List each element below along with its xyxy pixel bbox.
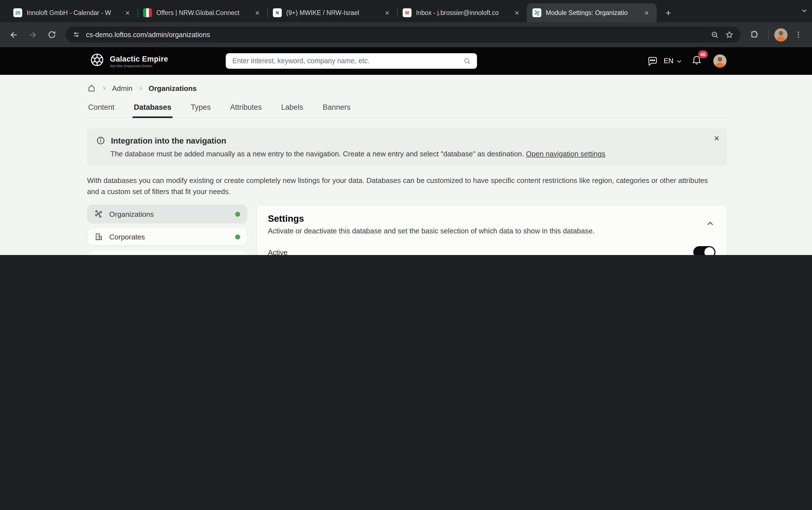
search-input[interactable] [231,57,463,65]
tab-search-chevron-icon[interactable] [801,6,808,16]
home-icon[interactable] [87,84,96,93]
settings-description: Activate or deactivate this database and… [268,227,716,235]
tab-labels[interactable]: Labels [280,101,304,118]
database-item-corporates[interactable]: Corporates [87,228,248,246]
active-label: Active [268,248,418,255]
chat-bubble-icon[interactable] [646,55,658,67]
module-favicon [532,8,541,17]
close-icon[interactable]: × [253,8,262,17]
tab-title: Inbox - j.brossier@innoloft.co [416,9,508,16]
chevron-right-icon [101,85,107,91]
page-description: With databases you can modify existing o… [87,175,718,198]
collapse-chevron-up-icon[interactable] [706,220,715,230]
tab-content[interactable]: Content [87,101,116,118]
active-toggle[interactable] [693,246,716,255]
tab-title: Module Settings: Organizatio [546,9,638,16]
nrw-flag-favicon [143,8,152,17]
database-label: Corporates [109,233,145,241]
back-icon[interactable] [5,26,22,43]
building-icon [94,233,103,241]
app-header: Galactic Empire Star Killer Employment D… [0,47,812,75]
database-list: Organizations Corporates Public Institut… [87,205,248,255]
close-icon[interactable]: × [513,8,521,17]
screen: 25 Innoloft GmbH - Calendar - W × Offers… [0,0,812,255]
settings-card: Settings Activate or deactivate this dat… [256,205,727,255]
galactic-empire-logo-icon [89,52,106,70]
url-text[interactable]: cs-demo.loftos.com/admin/organizations [86,31,705,38]
new-tab-button[interactable]: + [662,8,674,22]
zoom-out-icon[interactable] [710,30,719,39]
tab-databases[interactable]: Databases [133,101,173,118]
info-icon [96,136,106,145]
status-dot [235,212,240,217]
search-icon[interactable] [463,57,471,65]
address-bar[interactable]: cs-demo.loftos.com/admin/organizations [65,27,741,43]
logo-subtitle: Star Killer Employment Division [110,64,168,67]
module-tabs: Content Databases Types Attributes Label… [87,101,727,118]
browser-tab-module-settings[interactable]: Module Settings: Organizatio × [527,3,657,22]
global-search[interactable] [226,53,477,69]
settings-title: Settings [268,214,716,224]
toggle-knob [704,247,715,255]
banner-close-icon[interactable]: × [714,133,719,144]
language-selector[interactable]: EN [664,57,682,65]
notification-badge: 46 [698,51,708,58]
tab-banners[interactable]: Banners [321,101,352,118]
chevron-right-icon [138,85,144,91]
close-icon[interactable]: × [383,8,392,17]
extensions-icon[interactable] [746,26,763,43]
browser-tab-notion[interactable]: N (9+) MWIKE / NRW-Israel × [267,3,397,22]
tab-types[interactable]: Types [190,101,212,118]
breadcrumb: Admin Organizations [87,75,727,93]
open-navigation-settings-link[interactable]: Open navigation settings [526,150,605,158]
calendar-favicon: 25 [13,8,22,17]
tab-title: Innoloft GmbH - Calendar - W [27,9,119,16]
breadcrumb-organizations: Organizations [149,84,197,92]
bookmark-star-icon[interactable] [725,30,734,39]
app-logo[interactable]: Galactic Empire Star Killer Employment D… [89,47,168,75]
toolbar-divider [768,30,769,40]
header-right-cluster: EN 46 [646,47,727,75]
page-body: Admin Organizations Content Databases Ty… [0,75,812,255]
tab-title: (9+) MWIKE / NRW-Israel [286,9,378,16]
browser-tab-strip: 25 Innoloft GmbH - Calendar - W × Offers… [0,0,812,22]
status-dot [235,235,240,239]
browser-toolbar: cs-demo.loftos.com/admin/organizations [0,22,812,47]
browser-tab-inbox[interactable]: M Inbox - j.brossier@innoloft.co × [397,3,527,22]
banner-body: The database must be added manually as a… [110,150,524,158]
browser-menu-kebab-icon[interactable] [790,26,807,43]
network-icon [94,210,103,219]
notion-favicon: N [273,8,282,17]
database-item-public-institutions[interactable]: Public Institutions [87,250,248,255]
database-item-organizations[interactable]: Organizations [87,205,248,224]
settings-panel: Settings Activate or deactivate this dat… [256,205,727,255]
browser-tab-nrw[interactable]: Offers | NRW.Global.Connect × [138,3,267,22]
browser-tab-calendar[interactable]: 25 Innoloft GmbH - Calendar - W × [8,3,138,22]
database-label: Organizations [109,210,154,218]
forward-icon[interactable] [24,26,41,43]
close-icon[interactable]: × [123,8,132,17]
banner-title: Integration into the navigation [111,136,226,145]
site-settings-icon[interactable] [72,30,80,39]
notifications-bell[interactable]: 46 [691,54,702,68]
reload-icon[interactable] [43,26,60,43]
tab-attributes[interactable]: Attributes [229,101,263,118]
language-label: EN [664,57,673,65]
user-avatar[interactable] [713,54,727,68]
browser-profile-avatar[interactable] [774,28,788,41]
logo-title: Galactic Empire [110,55,168,63]
chevron-down-icon [676,58,682,64]
gmail-favicon: M [403,8,411,17]
info-banner: Integration into the navigation The data… [87,129,727,166]
tab-title: Offers | NRW.Global.Connect [156,9,249,16]
close-icon[interactable]: × [642,8,651,17]
breadcrumb-admin[interactable]: Admin [112,84,133,92]
